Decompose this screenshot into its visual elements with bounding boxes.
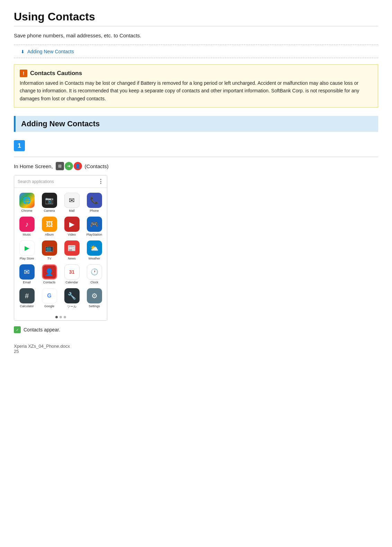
- app-cell-settings: ⚙Settings: [83, 286, 106, 311]
- caution-heading: Contacts Cautions: [30, 70, 82, 77]
- app-label-calculator: Calculator: [20, 304, 34, 308]
- caution-icon: !: [20, 70, 27, 77]
- app-cell-chrome: 🌐Chrome: [16, 191, 38, 215]
- instruction-suffix: (Contacts): [85, 163, 109, 169]
- result-label: Contacts appear.: [24, 327, 60, 332]
- app-cell-calendar: 31Calendar: [61, 262, 83, 286]
- intro-text: Save phone numbers, mail addresses, etc.…: [14, 33, 378, 38]
- app-icon-video: ▶: [64, 217, 80, 232]
- phone-screenshot: Search applications ⋮ 🌐Chrome📷Camera✉Mai…: [14, 175, 107, 321]
- caution-text: Information saved in Contacts may be los…: [20, 79, 372, 102]
- app-icon-calendar: 31: [64, 264, 80, 280]
- app-icon-email: ✉: [19, 264, 35, 280]
- app-label-music: Music: [23, 233, 31, 236]
- app-cell-weather: ⛅Weather: [83, 238, 106, 262]
- app-cell-ツール: 🔧ツール: [61, 286, 83, 311]
- app-label-clock: Clock: [90, 281, 98, 284]
- app-icon-music: ♪: [19, 217, 35, 232]
- dot-1: [55, 316, 58, 318]
- grid-icon: ⊞: [56, 162, 64, 170]
- app-label-playstore: Play Store: [20, 257, 34, 260]
- searchbar-menu-icon: ⋮: [98, 178, 103, 185]
- app-label-album: Album: [45, 233, 54, 236]
- app-label-settings: Settings: [89, 304, 100, 308]
- result-text: ✓ Contacts appear.: [14, 326, 378, 333]
- link-section: Adding New Contacts: [14, 45, 378, 58]
- caution-box: ! Contacts Cautions Information saved in…: [14, 64, 378, 108]
- app-label-chrome: Chrome: [21, 209, 32, 212]
- app-icon-camera: 📷: [42, 193, 57, 208]
- app-icon-playstore: ▶: [19, 240, 35, 256]
- app-icon-phone: 📞: [87, 193, 102, 208]
- instruction-prefix: In Home Screen,: [14, 163, 53, 169]
- page-title: Using Contacts: [14, 10, 378, 26]
- app-icon-clock: 🕐: [87, 264, 102, 280]
- app-icon-news: 📰: [64, 240, 80, 256]
- app-cell-clock: 🕐Clock: [83, 262, 106, 286]
- app-label-google: Google: [44, 304, 54, 308]
- search-placeholder: Search applications: [18, 179, 54, 184]
- arrow-icon: ➜: [65, 162, 73, 170]
- app-label-mail: Mail: [69, 209, 75, 212]
- app-label-email: Email: [23, 281, 31, 284]
- app-label-playstation: PlayStation: [86, 233, 102, 236]
- adding-contacts-link[interactable]: Adding New Contacts: [21, 49, 74, 54]
- app-label-calendar: Calendar: [65, 281, 78, 284]
- app-grid: 🌐Chrome📷Camera✉Mail📞Phone♪Music🖼Album▶Vi…: [14, 188, 107, 314]
- app-label-phone: Phone: [90, 209, 99, 212]
- app-cell-phone: 📞Phone: [83, 191, 106, 215]
- footer-filename: Xperia XZs_04_Phone.docx: [14, 344, 378, 349]
- app-icon-playstation: 🎮: [87, 217, 102, 232]
- app-icon-tv: 📺: [42, 240, 57, 256]
- app-cell-tv: 📺TV: [38, 238, 61, 262]
- inline-icons: ⊞ ➜ 👤: [56, 162, 82, 170]
- app-label-tools: ツール: [67, 304, 76, 309]
- app-icon-calculator: #: [19, 288, 35, 303]
- app-icon-google: G: [42, 288, 57, 303]
- app-icon-contacts: 👤: [42, 264, 57, 280]
- app-cell-album: 🖼Album: [38, 215, 61, 238]
- phone-searchbar: Search applications ⋮: [14, 175, 107, 188]
- app-cell-email: ✉Email: [16, 262, 38, 286]
- app-icon-tools: 🔧: [64, 288, 80, 303]
- app-cell-mail: ✉Mail: [61, 191, 83, 215]
- app-label-camera: Camera: [44, 209, 55, 212]
- app-cell-music: ♪Music: [16, 215, 38, 238]
- app-label-tv: TV: [47, 257, 52, 260]
- dot-3: [64, 316, 66, 318]
- result-icon: ✓: [14, 326, 21, 333]
- app-label-contacts: Contacts: [43, 281, 56, 284]
- app-cell-news: 📰News: [61, 238, 83, 262]
- app-cell-play-store: ▶Play Store: [16, 238, 38, 262]
- step-badge: 1: [14, 140, 25, 151]
- app-cell-google: GGoogle: [38, 286, 61, 311]
- contact-icon: 👤: [74, 162, 82, 170]
- app-cell-camera: 📷Camera: [38, 191, 61, 215]
- app-cell-playstation: 🎮PlayStation: [83, 215, 106, 238]
- footer-page: 25: [14, 349, 378, 354]
- app-icon-settings: ⚙: [87, 288, 102, 303]
- app-icon-album: 🖼: [42, 217, 57, 232]
- dot-2: [60, 316, 62, 318]
- app-cell-calculator: #Calculator: [16, 286, 38, 311]
- app-label-news: News: [68, 257, 76, 260]
- app-cell-contacts: 👤Contacts: [38, 262, 61, 286]
- app-icon-chrome: 🌐: [19, 193, 35, 208]
- app-label-video: Video: [68, 233, 76, 236]
- phone-dots: [14, 314, 107, 320]
- step-divider: [14, 157, 378, 157]
- app-label-weather: Weather: [89, 257, 100, 260]
- step-instruction: In Home Screen, ⊞ ➜ 👤 (Contacts): [14, 162, 378, 170]
- app-icon-mail: ✉: [64, 193, 80, 208]
- caution-title: ! Contacts Cautions: [20, 70, 372, 77]
- app-cell-video: ▶Video: [61, 215, 83, 238]
- section-header: Adding New Contacts: [14, 116, 378, 132]
- app-icon-weather: ⛅: [87, 240, 102, 256]
